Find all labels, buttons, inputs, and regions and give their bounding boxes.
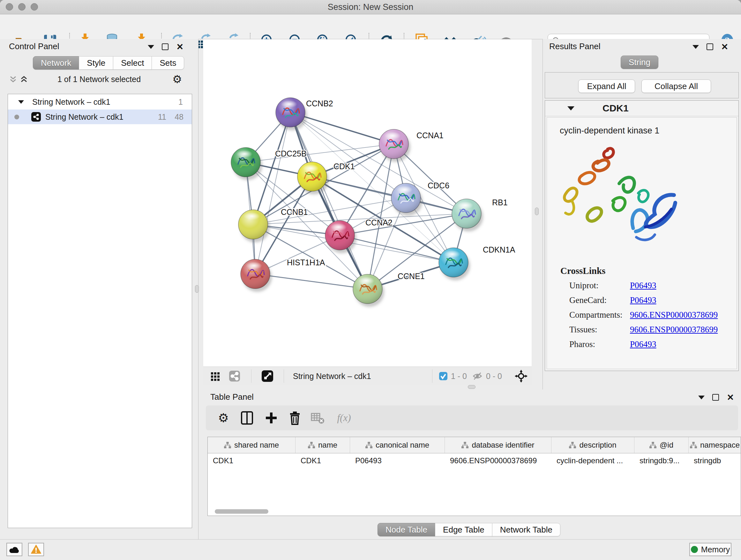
network-node-RB1[interactable]: RB1 [452, 198, 508, 232]
horizontal-scrollbar[interactable] [215, 509, 268, 514]
column-header-description[interactable]: description [551, 437, 634, 453]
fit-content-button[interactable] [515, 367, 528, 385]
node-label: CCNA2 [365, 218, 393, 227]
tab-node-table[interactable]: Node Table [378, 523, 435, 537]
tab-style[interactable]: Style [79, 56, 113, 70]
birdseye-view-button[interactable] [261, 367, 273, 385]
node-label: CDC6 [428, 181, 449, 190]
node-label: CDKN1A [483, 245, 515, 254]
crosslink-row: Pharos:P06493 [569, 339, 737, 350]
crosslink-link[interactable]: 9606.ENSP00000378699 [630, 325, 718, 334]
status-bar: Memory [0, 539, 741, 560]
control-panel-tabs: NetworkStyleSelectSets [33, 56, 184, 70]
column-header-name[interactable]: name [295, 437, 350, 453]
crosslink-link[interactable]: P06493 [630, 339, 657, 349]
node-label: CCNB2 [306, 99, 333, 108]
network-canvas[interactable]: CCNB2CCNA1CDC25BCDK1CDC6RB1CCNB1CCNA2CDK… [203, 39, 532, 367]
cloud-icon [9, 545, 20, 554]
network-collection-row[interactable]: String Network – cdk1 1 [8, 94, 192, 110]
collapse-all-button[interactable]: Collapse All [642, 79, 711, 93]
table-row[interactable]: CDK1CDK1P064939606.ENSP00000378699cyclin… [208, 453, 741, 468]
close-panel-icon[interactable]: ✕ [727, 394, 734, 401]
main-toolbar: ? [0, 14, 741, 39]
control-panel-controls: ✕ [148, 44, 184, 50]
crosslink-label: Tissues: [569, 325, 630, 334]
tab-network[interactable]: Network [33, 56, 79, 70]
network-options-gear-icon[interactable]: ⚙ [172, 73, 182, 85]
collapse-panel-icon[interactable] [148, 45, 154, 49]
table-cell[interactable]: 9606.ENSP00000378699 [445, 453, 551, 468]
collapse-panel-icon[interactable] [692, 45, 699, 49]
table-cell[interactable]: cyclin-dependent ... [551, 453, 634, 468]
table-settings-button[interactable]: ⚙ [215, 406, 231, 430]
network-node-CCNA1[interactable]: CCNA1 [379, 129, 444, 162]
node-label: RB1 [492, 198, 508, 207]
table-cell[interactable]: stringdb:9... [634, 453, 689, 468]
show-columns-button[interactable] [239, 406, 255, 430]
column-header-@id[interactable]: @id [634, 437, 689, 453]
float-panel-icon[interactable] [706, 44, 713, 50]
columns-icon [240, 411, 254, 425]
crosslink-label: Uniprot: [569, 281, 630, 291]
tree-expand-icon[interactable] [18, 100, 24, 104]
tab-sets[interactable]: Sets [151, 56, 184, 70]
column-header-canonical-name[interactable]: canonical name [350, 437, 445, 453]
warning-status-button[interactable] [28, 543, 44, 556]
float-panel-icon[interactable] [712, 394, 719, 401]
column-header-database-identifier[interactable]: database identifier [445, 437, 551, 453]
network-node-HIST1H1A[interactable]: HIST1H1A [241, 258, 325, 292]
network-list-toolbar: 1 of 1 Network selected ⚙ [0, 72, 198, 87]
right-splitter-handle[interactable] [535, 207, 539, 215]
apply-function-button[interactable]: f(x) [333, 406, 355, 430]
tab-network-table[interactable]: Network Table [492, 523, 560, 537]
crosslink-label: Pharos: [569, 339, 630, 349]
network-node-CCNA2[interactable]: CCNA2 [325, 218, 393, 253]
table-clear-icon [311, 412, 325, 424]
close-panel-icon[interactable]: ✕ [721, 44, 728, 50]
bottom-splitter-handle[interactable] [468, 385, 475, 389]
grid-view-button[interactable] [210, 367, 220, 385]
column-header-shared-name[interactable]: shared name [208, 437, 295, 453]
clear-table-button[interactable] [310, 406, 326, 430]
current-network-title: String Network – cdk1 [293, 367, 371, 385]
network-node-CDKN1A[interactable]: CDKN1A [439, 245, 515, 280]
collapse-panel-icon[interactable] [698, 395, 704, 399]
gene-section-header[interactable]: CDK1 [545, 101, 738, 116]
float-panel-icon[interactable] [162, 44, 169, 50]
tab-edge-table[interactable]: Edge Table [435, 523, 492, 537]
section-collapse-icon[interactable] [567, 106, 575, 111]
add-column-button[interactable] [263, 406, 279, 430]
close-panel-icon[interactable]: ✕ [176, 44, 184, 50]
table-cell[interactable]: CDK1 [295, 453, 350, 468]
network-node-CCNE1[interactable]: CCNE1 [353, 272, 425, 307]
crosslink-label: GeneCard: [569, 295, 630, 305]
network-selected-status: 1 of 1 Network selected [0, 75, 198, 84]
crosslink-link[interactable]: 9606.ENSP00000378699 [630, 310, 718, 320]
tab-select[interactable]: Select [113, 56, 152, 70]
network-node-CDK1[interactable]: CDK1 [297, 162, 355, 194]
tab-string[interactable]: String [621, 56, 658, 69]
grid-icon [210, 371, 220, 381]
table-cell[interactable]: P06493 [350, 453, 445, 468]
crosslink-link[interactable]: P06493 [630, 295, 657, 305]
expand-all-button[interactable]: Expand All [578, 79, 635, 93]
app-window: Session: New Session [0, 0, 741, 560]
memory-button[interactable]: Memory [689, 543, 731, 556]
gene-description: cyclin-dependent kinase 1 [560, 126, 737, 136]
network-nodes[interactable]: CCNB2CCNA1CDC25BCDK1CDC6RB1CCNB1CCNA2CDK… [231, 98, 515, 307]
selected-count-indicator[interactable]: 1 - 0 [439, 367, 467, 385]
table-cell[interactable]: CDK1 [208, 453, 295, 468]
table-cell[interactable]: stringdb [689, 453, 741, 468]
delete-column-button[interactable] [287, 406, 303, 430]
left-splitter-handle[interactable] [195, 285, 199, 293]
crosshair-icon [515, 369, 528, 383]
hidden-count-indicator[interactable]: 0 - 0 [472, 367, 502, 385]
table-panel-controls: ✕ [698, 394, 734, 401]
crosslink-link[interactable]: P06493 [630, 281, 657, 291]
cloud-status-button[interactable] [6, 543, 22, 556]
network-row[interactable]: String Network – cdk1 11 48 [8, 110, 192, 124]
network-share-view-button[interactable] [229, 367, 240, 385]
column-header-namespace[interactable]: namespace [689, 437, 741, 453]
node-label: HIST1H1A [287, 258, 325, 267]
table-panel-title: Table Panel [210, 392, 254, 402]
